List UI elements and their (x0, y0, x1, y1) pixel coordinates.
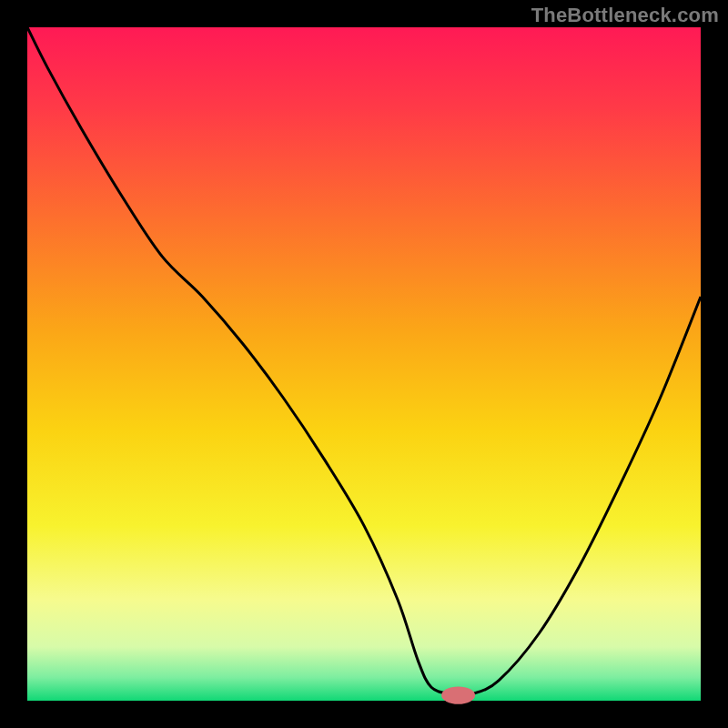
plot-frame (27, 27, 701, 701)
chart-svg (27, 27, 701, 701)
watermark-text: TheBottleneck.com (531, 4, 719, 27)
stage: TheBottleneck.com (0, 0, 728, 728)
optimal-marker (441, 686, 475, 703)
bottleneck-curve (27, 27, 701, 695)
